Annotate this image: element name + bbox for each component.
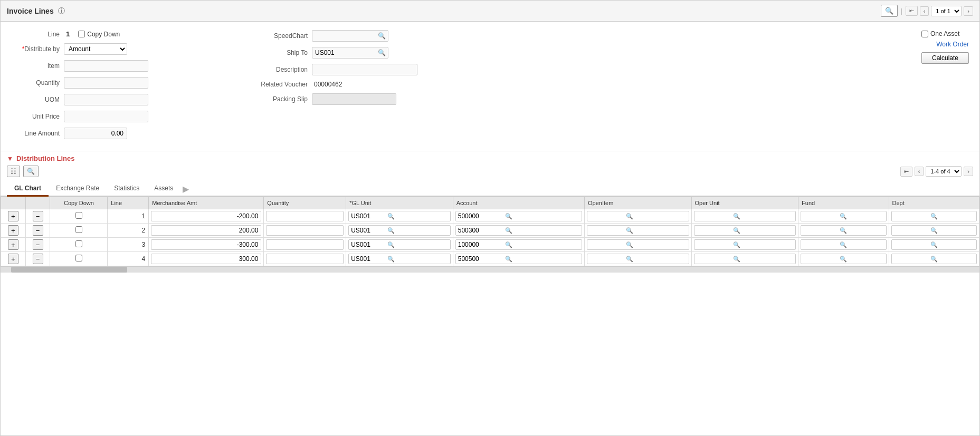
work-order-link[interactable]: Work Order xyxy=(936,41,969,48)
quantity-input-2[interactable] xyxy=(266,225,344,236)
fund-search-button-2[interactable]: 🔍 xyxy=(838,227,849,234)
speedchart-input[interactable] xyxy=(312,31,376,41)
remove-row-button-1[interactable]: − xyxy=(33,211,43,221)
oper-unit-input-4[interactable] xyxy=(694,255,731,263)
merch-amt-input-3[interactable] xyxy=(151,239,261,250)
dept-search-button-2[interactable]: 🔍 xyxy=(929,227,939,234)
unit-price-input[interactable] xyxy=(64,111,148,122)
copy-down-checkbox-row-4[interactable] xyxy=(75,255,82,261)
dist-page-select[interactable]: 1-4 of 4 xyxy=(926,166,962,177)
gl-unit-search-button-4[interactable]: 🔍 xyxy=(386,256,396,263)
merch-amt-input-2[interactable] xyxy=(151,225,261,236)
open-item-search-button-1[interactable]: 🔍 xyxy=(624,213,635,220)
uom-input[interactable] xyxy=(64,94,148,105)
quantity-input-1[interactable] xyxy=(266,211,344,221)
gl-unit-search-button-1[interactable]: 🔍 xyxy=(386,213,396,220)
fund-input-2[interactable] xyxy=(801,226,838,235)
oper-unit-input-3[interactable] xyxy=(694,240,731,249)
quantity-input-4[interactable] xyxy=(266,254,344,264)
first-page-button[interactable]: ⇤ xyxy=(906,6,918,16)
gl-unit-input-4[interactable] xyxy=(349,255,386,263)
account-input-3[interactable] xyxy=(456,240,503,249)
fund-input-4[interactable] xyxy=(801,255,838,263)
ship-to-search-button[interactable]: 🔍 xyxy=(376,49,388,56)
add-row-button-1[interactable]: + xyxy=(8,211,18,221)
add-row-button-4[interactable]: + xyxy=(8,254,18,264)
open-item-input-1[interactable] xyxy=(587,212,624,220)
prev-page-button[interactable]: ‹ xyxy=(920,6,929,16)
account-search-button-4[interactable]: 🔍 xyxy=(503,256,514,263)
open-item-search-button-4[interactable]: 🔍 xyxy=(624,256,635,263)
packing-slip-input[interactable] xyxy=(312,93,396,105)
dept-input-1[interactable] xyxy=(892,212,929,220)
dist-prev-button[interactable]: ‹ xyxy=(915,167,924,176)
oper-unit-input-2[interactable] xyxy=(694,226,731,235)
quantity-input[interactable] xyxy=(64,77,148,89)
remove-row-button-2[interactable]: − xyxy=(33,225,43,236)
next-page-button[interactable]: › xyxy=(964,6,973,16)
dist-next-button[interactable]: › xyxy=(964,167,973,176)
description-input[interactable] xyxy=(312,64,417,75)
oper-unit-search-button-3[interactable]: 🔍 xyxy=(731,241,742,248)
account-input-1[interactable] xyxy=(456,212,503,220)
distribute-by-select[interactable]: Amount Quantity xyxy=(64,43,127,55)
dept-input-2[interactable] xyxy=(892,226,929,235)
gl-unit-input-2[interactable] xyxy=(349,226,386,235)
copy-down-checkbox[interactable] xyxy=(78,31,85,37)
oper-unit-search-button-2[interactable]: 🔍 xyxy=(731,227,742,234)
add-row-button-2[interactable]: + xyxy=(8,225,18,236)
open-item-input-4[interactable] xyxy=(587,255,624,263)
open-item-input-2[interactable] xyxy=(587,226,624,235)
dist-first-button[interactable]: ⇤ xyxy=(900,167,912,177)
gl-unit-input-1[interactable] xyxy=(349,212,386,220)
speedchart-search-button[interactable]: 🔍 xyxy=(376,32,388,40)
ship-to-input[interactable] xyxy=(312,48,376,57)
fund-search-button-3[interactable]: 🔍 xyxy=(838,241,849,248)
account-search-button-3[interactable]: 🔍 xyxy=(503,241,514,248)
dept-search-button-4[interactable]: 🔍 xyxy=(929,256,939,263)
dist-search-button[interactable]: 🔍 xyxy=(23,166,39,177)
dept-input-3[interactable] xyxy=(892,240,929,249)
tab-assets[interactable]: Assets xyxy=(147,181,180,197)
calculate-button[interactable]: Calculate xyxy=(921,52,969,64)
oper-unit-input-1[interactable] xyxy=(694,212,731,220)
account-search-button-1[interactable]: 🔍 xyxy=(503,213,514,220)
copy-down-checkbox-row-2[interactable] xyxy=(75,226,82,233)
add-row-button-3[interactable]: + xyxy=(8,239,18,250)
merch-amt-input-4[interactable] xyxy=(151,254,261,264)
tab-gl-chart[interactable]: GL Chart xyxy=(7,181,49,197)
remove-row-button-4[interactable]: − xyxy=(33,254,43,264)
copy-down-checkbox-row-1[interactable] xyxy=(75,212,82,219)
help-icon[interactable]: ⓘ xyxy=(58,6,65,16)
one-asset-checkbox[interactable] xyxy=(921,31,928,37)
copy-down-checkbox-row-3[interactable] xyxy=(75,240,82,247)
gl-unit-search-button-3[interactable]: 🔍 xyxy=(386,241,396,248)
quantity-input-3[interactable] xyxy=(266,239,344,250)
oper-unit-search-button-4[interactable]: 🔍 xyxy=(731,256,742,263)
tab-statistics[interactable]: Statistics xyxy=(107,181,147,197)
account-input-4[interactable] xyxy=(456,255,503,263)
page-select[interactable]: 1 of 1 xyxy=(931,6,962,16)
remove-row-button-3[interactable]: − xyxy=(33,239,43,250)
open-item-search-button-2[interactable]: 🔍 xyxy=(624,227,635,234)
horizontal-scrollbar[interactable] xyxy=(1,266,979,273)
fund-input-1[interactable] xyxy=(801,212,838,220)
dept-search-button-3[interactable]: 🔍 xyxy=(929,241,939,248)
gl-unit-input-3[interactable] xyxy=(349,240,386,249)
open-item-input-3[interactable] xyxy=(587,240,624,249)
header-search-button[interactable]: 🔍 xyxy=(881,5,898,17)
dept-input-4[interactable] xyxy=(892,255,929,263)
grid-view-button[interactable]: ☷ xyxy=(7,166,20,177)
fund-search-button-4[interactable]: 🔍 xyxy=(838,256,849,263)
account-search-button-2[interactable]: 🔍 xyxy=(503,227,514,234)
account-input-2[interactable] xyxy=(456,226,503,235)
item-input[interactable] xyxy=(64,60,148,72)
tab-exchange-rate[interactable]: Exchange Rate xyxy=(49,181,107,197)
line-amount-input[interactable]: 0.00 xyxy=(64,128,127,139)
fund-input-3[interactable] xyxy=(801,240,838,249)
gl-unit-search-button-2[interactable]: 🔍 xyxy=(386,227,396,234)
oper-unit-search-button-1[interactable]: 🔍 xyxy=(731,213,742,220)
merch-amt-input-1[interactable] xyxy=(151,211,261,221)
dept-search-button-1[interactable]: 🔍 xyxy=(929,213,939,220)
collapse-button[interactable]: ▼ xyxy=(7,155,13,162)
